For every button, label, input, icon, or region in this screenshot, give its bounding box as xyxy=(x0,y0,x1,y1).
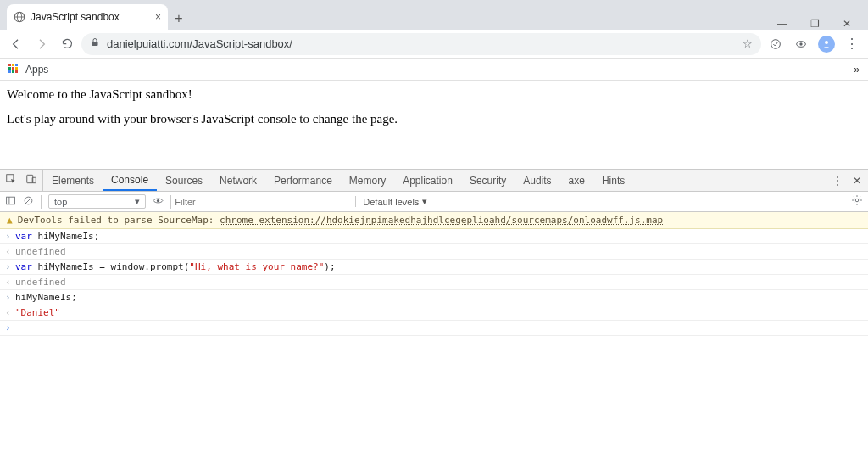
devtools-tab-security[interactable]: Security xyxy=(461,170,515,191)
browser-toolbar: danielpuiatti.com/JavaScript-sandbox/ ☆ … xyxy=(0,30,868,59)
console-warning: ▲ DevTools failed to parse SourceMap: ch… xyxy=(0,212,868,229)
devtools-tab-axe[interactable]: axe xyxy=(560,170,593,191)
console-input-line: ›hiMyNameIs; xyxy=(0,290,868,305)
maximize-button[interactable]: ❐ xyxy=(809,18,821,30)
console-input-line: ›var hiMyNameIs; xyxy=(0,229,868,244)
lock-icon xyxy=(90,37,100,50)
console-output-line: ‹"Daniel" xyxy=(0,305,868,321)
tab-title: JavaScript sandbox xyxy=(31,11,150,23)
bookmarks-overflow-icon[interactable]: » xyxy=(854,64,860,76)
console-input-line: ›var hiMyNameIs = window.prompt("Hi, wha… xyxy=(0,260,868,275)
devtools-tabbar: ElementsConsoleSourcesNetworkPerformance… xyxy=(0,170,868,192)
address-bar[interactable]: danielpuiatti.com/JavaScript-sandbox/ ☆ xyxy=(81,33,761,55)
device-icon[interactable] xyxy=(25,173,37,188)
devtools-tab-hints[interactable]: Hints xyxy=(593,170,633,191)
console-settings-icon[interactable] xyxy=(851,194,863,209)
console-toolbar: top▾ Default levels ▾ xyxy=(0,192,868,212)
svg-rect-3 xyxy=(92,42,98,46)
devtools-tab-network[interactable]: Network xyxy=(211,170,265,191)
devtools-left-controls xyxy=(0,170,43,191)
context-selector[interactable]: top▾ xyxy=(48,194,146,209)
new-tab-button[interactable]: + xyxy=(168,8,190,30)
warning-icon: ▲ xyxy=(7,215,13,226)
svg-point-15 xyxy=(157,199,159,201)
star-icon[interactable]: ☆ xyxy=(743,37,753,50)
close-window-button[interactable]: ✕ xyxy=(841,18,853,30)
svg-point-6 xyxy=(799,42,802,45)
page-line-1: Welcome to the JavaScript sandbox! xyxy=(7,87,861,102)
bookmarks-bar: Apps » xyxy=(0,59,868,81)
console-body[interactable]: ›var hiMyNameIs; ‹undefined ›var hiMyNam… xyxy=(0,229,868,336)
console-output-line: ‹undefined xyxy=(0,275,868,290)
clear-console-icon[interactable] xyxy=(23,195,34,209)
devtools-tab-application[interactable]: Application xyxy=(394,170,461,191)
console-sidebar-icon[interactable] xyxy=(5,195,16,209)
svg-point-16 xyxy=(855,199,859,202)
eye-icon[interactable] xyxy=(790,33,812,55)
minimize-button[interactable]: — xyxy=(776,18,788,30)
devtools-right-controls: ⋮ ✕ xyxy=(826,170,868,191)
devtools-tab-console[interactable]: Console xyxy=(103,170,157,191)
browser-menu-button[interactable]: ⋮ xyxy=(841,33,863,55)
console-prompt: › xyxy=(0,321,868,336)
reload-button[interactable] xyxy=(56,33,78,55)
devtools-close-icon[interactable]: ✕ xyxy=(853,175,861,187)
forward-button[interactable] xyxy=(31,33,53,55)
globe-icon xyxy=(14,11,25,23)
apps-label[interactable]: Apps xyxy=(25,64,48,76)
url-text: danielpuiatti.com/JavaScript-sandbox/ xyxy=(107,37,736,50)
devtools-tab-sources[interactable]: Sources xyxy=(157,170,211,191)
svg-line-14 xyxy=(25,198,31,204)
profile-avatar[interactable] xyxy=(815,33,837,55)
page-line-2: Let's play around with your browser's Ja… xyxy=(7,112,861,126)
devtools-tab-performance[interactable]: Performance xyxy=(265,170,341,191)
devtools-tab-elements[interactable]: Elements xyxy=(43,170,103,191)
devtools-panel: ElementsConsoleSourcesNetworkPerformance… xyxy=(0,169,868,336)
console-filter-input[interactable] xyxy=(170,195,348,209)
back-button[interactable] xyxy=(5,33,27,55)
devtools-menu-icon[interactable]: ⋮ xyxy=(832,175,843,187)
log-levels-selector[interactable]: Default levels ▾ xyxy=(355,196,427,207)
chevron-down-icon: ▾ xyxy=(135,196,140,207)
devtools-tab-memory[interactable]: Memory xyxy=(341,170,394,191)
live-expression-icon[interactable] xyxy=(153,195,164,209)
warning-text: DevTools failed to parse SourceMap: xyxy=(18,215,220,226)
svg-point-7 xyxy=(825,41,828,44)
console-output-line: ‹undefined xyxy=(0,244,868,260)
inspect-icon[interactable] xyxy=(5,173,17,188)
svg-rect-11 xyxy=(7,197,15,204)
svg-point-4 xyxy=(771,39,781,48)
window-controls: — ❐ ✕ xyxy=(776,13,868,30)
extension-icon-1[interactable] xyxy=(765,33,787,55)
warning-link[interactable]: chrome-extension://hdokiejnpimakedhajhdl… xyxy=(220,215,663,226)
page-content: Welcome to the JavaScript sandbox! Let's… xyxy=(0,81,868,169)
tab-strip: JavaScript sandbox × + — ❐ ✕ xyxy=(0,0,868,30)
close-icon[interactable]: × xyxy=(155,11,161,23)
apps-icon[interactable] xyxy=(8,64,20,76)
devtools-tab-audits[interactable]: Audits xyxy=(515,170,559,191)
browser-tab[interactable]: JavaScript sandbox × xyxy=(7,4,168,30)
svg-rect-9 xyxy=(27,175,33,182)
chevron-down-icon: ▾ xyxy=(422,196,427,207)
